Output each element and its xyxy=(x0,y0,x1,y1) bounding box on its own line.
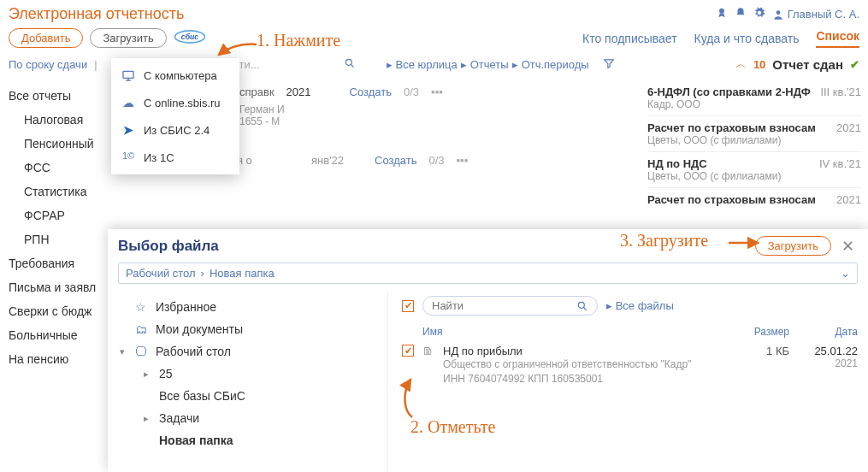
progress-dots-icon: ▪▪▪ xyxy=(456,154,468,167)
col-date[interactable]: Дата xyxy=(798,326,858,338)
crumb-root[interactable]: Рабочий стол xyxy=(126,267,196,280)
tab-list[interactable]: Список xyxy=(816,29,859,48)
sidebar-item-tax[interactable]: Налоговая xyxy=(9,108,128,132)
svg-rect-4 xyxy=(123,71,133,78)
upload-button[interactable]: Загрузить xyxy=(90,28,166,48)
star-icon: ☆ xyxy=(135,300,149,314)
onec-icon: 1© xyxy=(121,150,135,164)
file-checkbox[interactable]: ✔ xyxy=(402,345,414,357)
tab-who-signs[interactable]: Кто подписывает xyxy=(582,32,677,45)
user-name: Главный С. А. xyxy=(788,8,859,21)
sidebar-item-fss[interactable]: ФСС xyxy=(9,156,128,180)
svg-point-6 xyxy=(578,302,584,308)
report-name: справк xyxy=(239,86,275,98)
crumb-folder[interactable]: Новая папка xyxy=(210,267,275,280)
report-year: 2021 xyxy=(286,86,338,98)
rp-item[interactable]: НД по НДСIV кв.'21 Цветы, ООО (с филиала… xyxy=(647,151,861,187)
status-count: 10 xyxy=(753,58,765,71)
upload-from-sbis24[interactable]: ➤ Из СБИС 2.4 xyxy=(111,116,239,144)
document-icon: 🗎 xyxy=(422,345,434,357)
rp-title: Расчет по страховым взносам xyxy=(647,193,816,206)
progress-dots-icon: ▪▪▪ xyxy=(431,86,443,98)
select-all-checkbox[interactable]: ✔ xyxy=(402,300,414,312)
tree-25[interactable]: ▸ 25 xyxy=(120,363,387,385)
file-dialog: Выбор файла Загрузить ✕ Рабочий стол › Н… xyxy=(108,229,868,472)
award-icon[interactable] xyxy=(716,7,728,21)
search-icon[interactable] xyxy=(576,300,588,312)
rp-title: НД по НДС xyxy=(647,157,707,170)
file-org: Общество с ограниченной ответственностью… xyxy=(443,357,729,372)
col-size[interactable]: Размер xyxy=(738,326,789,338)
page-title: Электронная отчетность xyxy=(9,5,184,23)
svg-point-0 xyxy=(719,9,724,14)
status-label: Отчет сдан xyxy=(772,57,843,72)
tree-newfolder[interactable]: Новая папка xyxy=(120,429,387,451)
create-link[interactable]: Создать xyxy=(350,86,392,98)
file-breadcrumb[interactable]: Рабочий стол › Новая папка ⌄ xyxy=(118,263,858,284)
chevron-down-icon[interactable]: ⌄ xyxy=(841,267,850,280)
user-menu[interactable]: Главный С. А. xyxy=(772,8,859,21)
sidebar-all-reports[interactable]: Все отчеты xyxy=(9,84,128,108)
rp-org: Цветы, ООО (с филиалами) xyxy=(647,134,861,146)
tree-tasks[interactable]: ▸ Задачи xyxy=(120,407,387,429)
bell-icon[interactable] xyxy=(735,7,747,21)
file-size: 1 КБ xyxy=(738,345,789,357)
tree-mydocs[interactable]: 🗂 Мои документы xyxy=(120,318,387,340)
file-row[interactable]: ✔ 🗎 НД по прибыли Общество с ограниченно… xyxy=(402,343,858,388)
upload-from-online[interactable]: ☁ С online.sbis.ru xyxy=(111,89,239,116)
sidebar-item-stat[interactable]: Статистика xyxy=(9,180,128,204)
svg-point-1 xyxy=(776,10,780,15)
rp-item[interactable]: Расчет по страховым взносам2021 Цветы, О… xyxy=(647,115,861,151)
rp-org: Цветы, ООО (с филиалами) xyxy=(647,170,861,182)
tree-label: Все базы СБиС xyxy=(159,389,245,403)
file-dialog-title: Выбор файла xyxy=(118,238,219,255)
sidebar-item-fsrar[interactable]: ФСРАР xyxy=(9,204,128,227)
rp-item[interactable]: 6-НДФЛ (со справками 2-НДФIII кв.'21 Кад… xyxy=(647,80,861,115)
search-fragment: ти... xyxy=(239,58,260,71)
create-link[interactable]: Создать xyxy=(375,154,416,167)
progress: 0/3 xyxy=(404,86,419,98)
breadcrumb[interactable]: ▸Все юрлица ▸Отчеты ▸Отч.периоды xyxy=(387,58,589,71)
tree-alldb[interactable]: Все базы СБиС xyxy=(120,385,387,407)
rp-org: Кадр, ООО xyxy=(647,98,861,110)
upload-from-1c[interactable]: 1© Из 1С xyxy=(111,144,239,171)
svg-point-5 xyxy=(345,59,351,65)
sidebar-item-pension[interactable]: Пенсионный xyxy=(9,132,128,156)
close-icon[interactable]: ✕ xyxy=(838,237,858,256)
file-search[interactable] xyxy=(422,296,598,316)
svg-text:сбис: сбис xyxy=(181,32,199,41)
tree-favorites[interactable]: ☆ Избранное xyxy=(120,296,387,318)
cloud-icon: ☁ xyxy=(121,96,135,109)
upload-from-computer-label: С компьютера xyxy=(144,69,217,82)
file-upload-button[interactable]: Загрузить xyxy=(755,236,831,256)
tree-label: Мои документы xyxy=(156,322,243,336)
file-search-input[interactable] xyxy=(432,299,576,312)
sbis-logo-icon: сбис xyxy=(174,29,206,47)
all-files-link[interactable]: ▸ Все файлы xyxy=(606,299,674,312)
file-inn: ИНН 7604074992 КПП 160535001 xyxy=(443,372,729,386)
tree-label: 25 xyxy=(159,367,173,381)
tree-label: Задачи xyxy=(159,411,199,425)
tab-where-submit[interactable]: Куда и что сдавать xyxy=(694,32,800,45)
file-tree: ☆ Избранное 🗂 Мои документы ▾🖵 Рабочий с… xyxy=(108,291,388,472)
file-date: 25.01.22 xyxy=(798,345,858,357)
tree-label: Новая папка xyxy=(159,434,233,447)
rp-item[interactable]: Расчет по страховым взносам2021 xyxy=(647,187,861,211)
sort-by-due[interactable]: По сроку сдачи xyxy=(9,58,87,71)
rp-title: Расчет по страховым взносам xyxy=(647,121,816,134)
tree-label: Избранное xyxy=(156,300,216,314)
upload-from-online-label: С online.sbis.ru xyxy=(144,97,221,109)
tree-desktop[interactable]: ▾🖵 Рабочий стол xyxy=(120,340,387,363)
rp-period: IV кв.'21 xyxy=(819,157,861,170)
search-icon[interactable] xyxy=(344,57,356,72)
col-name[interactable]: Имя xyxy=(422,326,729,338)
rp-period: III кв.'21 xyxy=(820,86,861,98)
rp-period: 2021 xyxy=(836,193,861,206)
chevron-up-icon[interactable]: ︿ xyxy=(735,56,747,72)
report-year: янв'22 xyxy=(311,154,363,167)
tree-label: Рабочий стол xyxy=(156,345,231,358)
gear-icon[interactable] xyxy=(753,7,765,21)
upload-from-computer[interactable]: С компьютера xyxy=(111,62,239,89)
filter-icon[interactable] xyxy=(603,57,615,72)
add-button[interactable]: Добавить xyxy=(9,28,83,48)
